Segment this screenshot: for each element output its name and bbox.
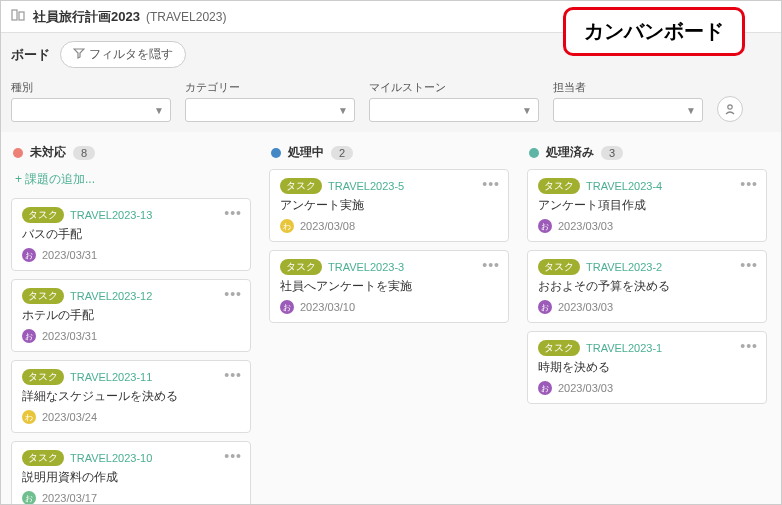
card-menu-icon[interactable]: ••• xyxy=(224,205,242,221)
card-menu-icon[interactable]: ••• xyxy=(740,338,758,354)
task-badge: タスク xyxy=(22,369,64,385)
filters-row: 種別 ▼ カテゴリー ▼ マイルストーン ▼ 担当者 ▼ xyxy=(1,76,781,132)
kanban-card[interactable]: タスクTRAVEL2023-4 ••• アンケート項目作成 お2023/03/0… xyxy=(527,169,767,242)
column-header: 処理済み 3 xyxy=(527,140,771,169)
card-id: TRAVEL2023-10 xyxy=(70,452,152,464)
filter-category-label: カテゴリー xyxy=(185,80,355,95)
kanban-card[interactable]: タスクTRAVEL2023-5 ••• アンケート実施 わ2023/03/08 xyxy=(269,169,509,242)
kanban-column-done: 処理済み 3 タスクTRAVEL2023-4 ••• アンケート項目作成 お20… xyxy=(527,140,771,505)
card-menu-icon[interactable]: ••• xyxy=(740,257,758,273)
callout-annotation: カンバンボード xyxy=(563,7,745,56)
task-badge: タスク xyxy=(538,340,580,356)
kanban-card[interactable]: タスクTRAVEL2023-3 ••• 社員へアンケートを実施 お2023/03… xyxy=(269,250,509,323)
task-badge: タスク xyxy=(538,178,580,194)
card-title: アンケート項目作成 xyxy=(538,197,756,214)
avatar: わ xyxy=(280,219,294,233)
column-header: 処理中 2 xyxy=(269,140,513,169)
card-date: 2023/03/03 xyxy=(558,301,613,313)
kanban-card[interactable]: タスクTRAVEL2023-13 ••• バスの手配 お2023/03/31 xyxy=(11,198,251,271)
add-issue-link[interactable]: 課題の追加... xyxy=(11,169,251,190)
chevron-down-icon: ▼ xyxy=(154,105,164,116)
project-icon xyxy=(11,7,27,26)
project-code: (TRAVEL2023) xyxy=(146,10,226,24)
filter-type-label: 種別 xyxy=(11,80,171,95)
status-dot-icon xyxy=(529,148,539,158)
column-count: 8 xyxy=(73,146,95,160)
person-icon xyxy=(723,102,737,116)
avatar: お xyxy=(538,219,552,233)
card-menu-icon[interactable]: ••• xyxy=(224,448,242,464)
column-body: 課題の追加... タスクTRAVEL2023-13 ••• バスの手配 お202… xyxy=(11,169,255,505)
filter-type-select[interactable]: ▼ xyxy=(11,98,171,122)
card-id: TRAVEL2023-12 xyxy=(70,290,152,302)
card-date: 2023/03/17 xyxy=(42,492,97,504)
card-date: 2023/03/03 xyxy=(558,220,613,232)
avatar: お xyxy=(538,381,552,395)
filter-milestone-select[interactable]: ▼ xyxy=(369,98,539,122)
avatar: お xyxy=(22,329,36,343)
card-date: 2023/03/24 xyxy=(42,411,97,423)
funnel-icon xyxy=(73,47,85,62)
kanban-card[interactable]: タスクTRAVEL2023-10 ••• 説明用資料の作成 お2023/03/1… xyxy=(11,441,251,505)
column-body: タスクTRAVEL2023-4 ••• アンケート項目作成 お2023/03/0… xyxy=(527,169,771,505)
column-name: 処理中 xyxy=(288,144,324,161)
kanban-column-progress: 処理中 2 タスクTRAVEL2023-5 ••• アンケート実施 わ2023/… xyxy=(269,140,513,505)
column-name: 処理済み xyxy=(546,144,594,161)
avatar: お xyxy=(538,300,552,314)
kanban-card[interactable]: タスクTRAVEL2023-12 ••• ホテルの手配 お2023/03/31 xyxy=(11,279,251,352)
filter-button-label: フィルタを隠す xyxy=(89,46,173,63)
card-title: アンケート実施 xyxy=(280,197,498,214)
card-title: 時期を決める xyxy=(538,359,756,376)
card-id: TRAVEL2023-13 xyxy=(70,209,152,221)
card-title: おおよその予算を決める xyxy=(538,278,756,295)
card-id: TRAVEL2023-1 xyxy=(586,342,662,354)
card-id: TRAVEL2023-4 xyxy=(586,180,662,192)
filter-milestone-label: マイルストーン xyxy=(369,80,539,95)
card-title: 説明用資料の作成 xyxy=(22,469,240,486)
filter-milestone-group: マイルストーン ▼ xyxy=(369,80,539,122)
task-badge: タスク xyxy=(280,178,322,194)
card-id: TRAVEL2023-2 xyxy=(586,261,662,273)
card-date: 2023/03/31 xyxy=(42,249,97,261)
card-date: 2023/03/31 xyxy=(42,330,97,342)
kanban-column-open: 未対応 8 課題の追加... タスクTRAVEL2023-13 ••• バスの手… xyxy=(11,140,255,505)
task-badge: タスク xyxy=(22,450,64,466)
avatar: お xyxy=(22,248,36,262)
card-date: 2023/03/08 xyxy=(300,220,355,232)
filter-category-select[interactable]: ▼ xyxy=(185,98,355,122)
card-title: ホテルの手配 xyxy=(22,307,240,324)
avatar: わ xyxy=(22,410,36,424)
card-date: 2023/03/10 xyxy=(300,301,355,313)
kanban-card[interactable]: タスクTRAVEL2023-2 ••• おおよその予算を決める お2023/03… xyxy=(527,250,767,323)
card-title: バスの手配 xyxy=(22,226,240,243)
column-count: 2 xyxy=(331,146,353,160)
card-menu-icon[interactable]: ••• xyxy=(224,286,242,302)
column-count: 3 xyxy=(601,146,623,160)
task-badge: タスク xyxy=(22,288,64,304)
svg-rect-1 xyxy=(19,12,24,20)
card-menu-icon[interactable]: ••• xyxy=(482,257,500,273)
column-name: 未対応 xyxy=(30,144,66,161)
card-id: TRAVEL2023-5 xyxy=(328,180,404,192)
filter-type-group: 種別 ▼ xyxy=(11,80,171,122)
board-label: ボード xyxy=(11,46,50,64)
task-badge: タスク xyxy=(538,259,580,275)
avatar: お xyxy=(280,300,294,314)
filter-category-group: カテゴリー ▼ xyxy=(185,80,355,122)
card-menu-icon[interactable]: ••• xyxy=(740,176,758,192)
self-assign-button[interactable] xyxy=(717,96,743,122)
chevron-down-icon: ▼ xyxy=(338,105,348,116)
card-menu-icon[interactable]: ••• xyxy=(224,367,242,383)
card-title: 詳細なスケジュールを決める xyxy=(22,388,240,405)
hide-filter-button[interactable]: フィルタを隠す xyxy=(60,41,186,68)
chevron-down-icon: ▼ xyxy=(686,105,696,116)
filter-assignee-label: 担当者 xyxy=(553,80,703,95)
column-body: タスクTRAVEL2023-5 ••• アンケート実施 わ2023/03/08 … xyxy=(269,169,513,505)
status-dot-icon xyxy=(271,148,281,158)
task-badge: タスク xyxy=(22,207,64,223)
kanban-card[interactable]: タスクTRAVEL2023-1 ••• 時期を決める お2023/03/03 xyxy=(527,331,767,404)
card-date: 2023/03/03 xyxy=(558,382,613,394)
card-menu-icon[interactable]: ••• xyxy=(482,176,500,192)
kanban-card[interactable]: タスクTRAVEL2023-11 ••• 詳細なスケジュールを決める わ2023… xyxy=(11,360,251,433)
filter-assignee-select[interactable]: ▼ xyxy=(553,98,703,122)
